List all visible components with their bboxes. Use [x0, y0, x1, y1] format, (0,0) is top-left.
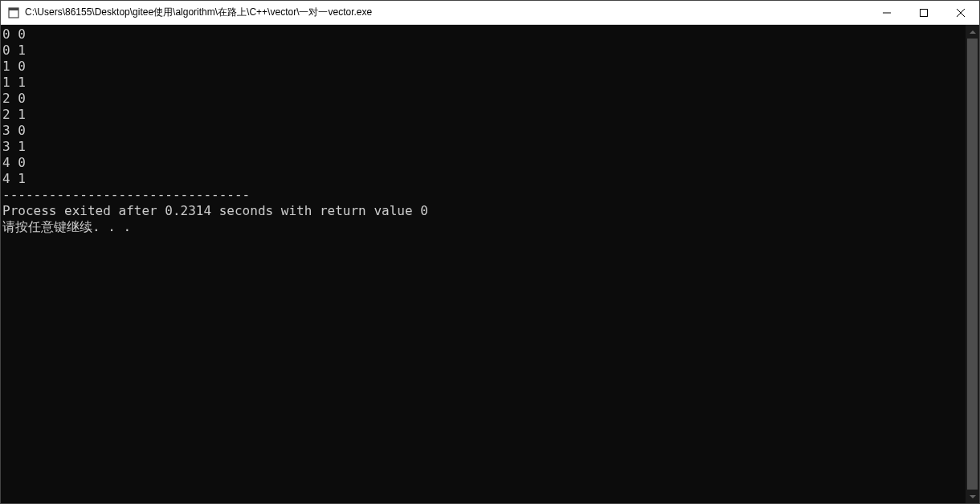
svg-rect-1 — [9, 8, 18, 10]
svg-marker-6 — [970, 30, 976, 34]
console-line: 4 1 — [2, 171, 966, 187]
console-line: -------------------------------- — [2, 187, 966, 203]
minimize-button[interactable] — [868, 1, 905, 24]
console-line: 请按任意键继续. . . — [2, 219, 966, 235]
console-line: 1 1 — [2, 75, 966, 91]
console-window: C:\Users\86155\Desktop\gitee使用\algorithm… — [0, 0, 980, 504]
window-title: C:\Users\86155\Desktop\gitee使用\algorithm… — [25, 6, 868, 19]
console-line: 0 0 — [2, 26, 966, 43]
console-line: 3 0 — [2, 123, 966, 139]
console-line: 2 1 — [2, 107, 966, 123]
svg-marker-7 — [970, 495, 976, 498]
scroll-down-arrow[interactable] — [966, 490, 979, 503]
console-line: 4 0 — [2, 155, 966, 171]
console-line: 3 1 — [2, 139, 966, 155]
console-line: 1 0 — [2, 59, 966, 75]
scroll-up-arrow[interactable] — [966, 25, 979, 39]
titlebar: C:\Users\86155\Desktop\gitee使用\algorithm… — [1, 1, 979, 25]
scroll-track[interactable] — [966, 39, 979, 490]
scroll-thumb[interactable] — [967, 39, 978, 490]
console-line: 2 0 — [2, 91, 966, 107]
console-line: 0 1 — [2, 43, 966, 59]
vertical-scrollbar[interactable] — [966, 25, 979, 503]
close-button[interactable] — [942, 1, 979, 24]
app-icon — [7, 6, 20, 19]
maximize-button[interactable] — [905, 1, 942, 24]
console-output[interactable]: 0 00 11 01 12 02 13 03 14 04 1----------… — [1, 25, 966, 503]
console-area: 0 00 11 01 12 02 13 03 14 04 1----------… — [1, 25, 979, 503]
svg-rect-3 — [921, 9, 928, 16]
window-controls — [868, 1, 979, 24]
console-line: Process exited after 0.2314 seconds with… — [2, 203, 966, 219]
